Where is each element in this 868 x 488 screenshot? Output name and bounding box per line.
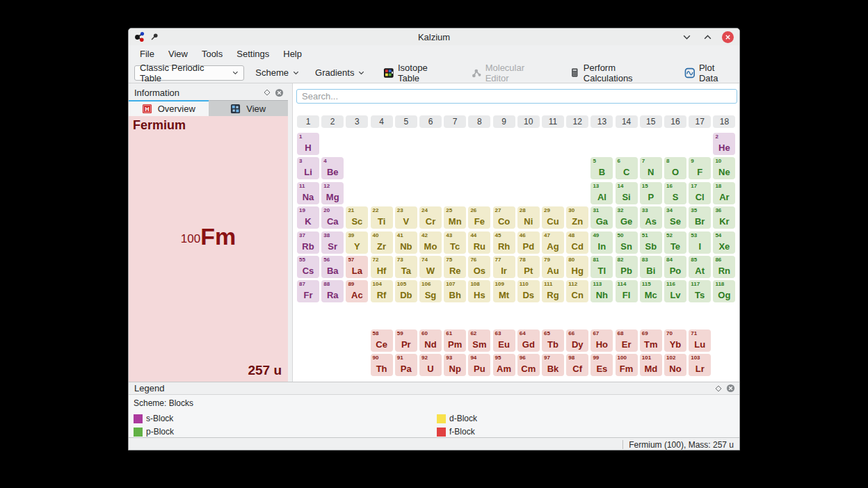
element-Fe[interactable]: 26Fe bbox=[468, 206, 490, 229]
element-Pm[interactable]: 61Pm bbox=[444, 330, 466, 352]
element-Au[interactable]: 79Au bbox=[542, 256, 564, 278]
element-Co[interactable]: 27Co bbox=[493, 206, 515, 229]
element-Cs[interactable]: 55Cs bbox=[297, 256, 319, 278]
element-Md[interactable]: 101Md bbox=[640, 354, 662, 376]
plot-data-button[interactable]: Plot Data bbox=[680, 65, 739, 81]
pin-icon[interactable] bbox=[150, 32, 159, 42]
element-Ga[interactable]: 31Ga bbox=[590, 206, 613, 229]
element-Hf[interactable]: 72Hf bbox=[371, 256, 393, 278]
element-Pu[interactable]: 94Pu bbox=[468, 354, 490, 376]
element-N[interactable]: 7N bbox=[640, 157, 662, 179]
element-Nb[interactable]: 41Nb bbox=[395, 231, 417, 254]
element-Rg[interactable]: 111Rg bbox=[542, 280, 564, 302]
element-Li[interactable]: 3Li bbox=[297, 157, 319, 179]
element-Hg[interactable]: 80Hg bbox=[566, 256, 588, 278]
element-Db[interactable]: 105Db bbox=[395, 280, 417, 302]
element-Fm[interactable]: 100Fm bbox=[616, 354, 638, 376]
element-Mg[interactable]: 12Mg bbox=[321, 182, 344, 204]
element-Ca[interactable]: 20Ca bbox=[321, 206, 344, 229]
element-Rb[interactable]: 37Rb bbox=[297, 231, 319, 254]
element-Rf[interactable]: 104Rf bbox=[371, 280, 393, 302]
element-Tb[interactable]: 65Tb bbox=[542, 330, 564, 352]
element-F[interactable]: 9F bbox=[689, 157, 711, 179]
isotope-table-button[interactable]: Isotope Table bbox=[379, 65, 454, 81]
element-Ti[interactable]: 22Ti bbox=[371, 206, 393, 229]
element-Sn[interactable]: 50Sn bbox=[616, 231, 638, 254]
element-Cm[interactable]: 96Cm bbox=[517, 354, 540, 376]
element-Ne[interactable]: 10Ne bbox=[713, 157, 735, 179]
element-Ar[interactable]: 18Ar bbox=[713, 182, 735, 204]
element-Si[interactable]: 14Si bbox=[616, 182, 638, 204]
close-button[interactable] bbox=[722, 31, 734, 43]
element-Cd[interactable]: 48Cd bbox=[566, 231, 588, 254]
element-Mn[interactable]: 25Mn bbox=[444, 206, 466, 229]
minimize-button[interactable] bbox=[680, 31, 693, 43]
element-Th[interactable]: 90Th bbox=[371, 354, 393, 376]
element-Fl[interactable]: 114Fl bbox=[616, 280, 638, 302]
element-Ba[interactable]: 56Ba bbox=[321, 256, 344, 278]
element-Cf[interactable]: 98Cf bbox=[566, 354, 588, 376]
element-Mt[interactable]: 109Mt bbox=[493, 280, 515, 302]
element-V[interactable]: 23V bbox=[395, 206, 417, 229]
element-Zn[interactable]: 30Zn bbox=[566, 206, 588, 229]
element-Tm[interactable]: 69Tm bbox=[640, 330, 662, 352]
element-Ce[interactable]: 58Ce bbox=[371, 330, 393, 352]
element-Ho[interactable]: 67Ho bbox=[590, 330, 613, 352]
element-W[interactable]: 74W bbox=[419, 256, 442, 278]
element-Sr[interactable]: 38Sr bbox=[321, 231, 344, 254]
element-Se[interactable]: 34Se bbox=[664, 206, 686, 229]
menu-settings[interactable]: Settings bbox=[230, 47, 276, 61]
perform-calculations-button[interactable]: Perform Calculations bbox=[565, 65, 669, 81]
element-Ru[interactable]: 44Ru bbox=[468, 231, 490, 254]
element-Pa[interactable]: 91Pa bbox=[395, 354, 417, 376]
element-Al[interactable]: 13Al bbox=[590, 182, 613, 204]
element-Ir[interactable]: 77Ir bbox=[493, 256, 515, 278]
element-Nh[interactable]: 113Nh bbox=[590, 280, 613, 302]
element-Gd[interactable]: 64Gd bbox=[517, 330, 540, 352]
element-Dy[interactable]: 66Dy bbox=[566, 330, 588, 352]
element-Pb[interactable]: 82Pb bbox=[616, 256, 638, 278]
element-Sb[interactable]: 51Sb bbox=[640, 231, 662, 254]
element-Cu[interactable]: 29Cu bbox=[542, 206, 564, 229]
element-In[interactable]: 49In bbox=[590, 231, 613, 254]
element-Cr[interactable]: 24Cr bbox=[419, 206, 442, 229]
tab-view[interactable]: View bbox=[209, 100, 289, 116]
table-type-selector[interactable]: Classic Periodic Table bbox=[134, 65, 244, 81]
element-Ag[interactable]: 47Ag bbox=[542, 231, 564, 254]
element-No[interactable]: 102No bbox=[664, 354, 686, 376]
element-Rn[interactable]: 86Rn bbox=[713, 256, 735, 278]
element-Am[interactable]: 95Am bbox=[493, 354, 515, 376]
float-panel-icon[interactable] bbox=[264, 89, 271, 96]
element-O[interactable]: 8O bbox=[664, 157, 686, 179]
element-La[interactable]: 57La bbox=[346, 256, 368, 278]
element-Mc[interactable]: 115Mc bbox=[640, 280, 662, 302]
element-Lu[interactable]: 71Lu bbox=[689, 330, 711, 352]
element-Pr[interactable]: 59Pr bbox=[395, 330, 417, 352]
element-Bh[interactable]: 107Bh bbox=[444, 280, 466, 302]
element-Rh[interactable]: 45Rh bbox=[493, 231, 515, 254]
element-H[interactable]: 1H bbox=[297, 133, 319, 155]
element-Ge[interactable]: 32Ge bbox=[616, 206, 638, 229]
element-Na[interactable]: 11Na bbox=[297, 182, 319, 204]
element-Be[interactable]: 4Be bbox=[321, 157, 344, 179]
menu-view[interactable]: View bbox=[161, 47, 195, 61]
element-Sm[interactable]: 62Sm bbox=[468, 330, 490, 352]
maximize-button[interactable] bbox=[701, 31, 714, 43]
element-Pd[interactable]: 46Pd bbox=[517, 231, 540, 254]
element-Bk[interactable]: 97Bk bbox=[542, 354, 564, 376]
float-panel-icon[interactable] bbox=[715, 385, 722, 392]
element-Cn[interactable]: 112Cn bbox=[566, 280, 588, 302]
element-Kr[interactable]: 36Kr bbox=[713, 206, 735, 229]
element-Sg[interactable]: 106Sg bbox=[419, 280, 442, 302]
element-Zr[interactable]: 40Zr bbox=[371, 231, 393, 254]
element-P[interactable]: 15P bbox=[640, 182, 662, 204]
element-C[interactable]: 6C bbox=[616, 157, 638, 179]
tab-overview[interactable]: H Overview bbox=[129, 100, 209, 116]
element-Ds[interactable]: 110Ds bbox=[517, 280, 540, 302]
menu-tools[interactable]: Tools bbox=[195, 47, 230, 61]
element-Er[interactable]: 68Er bbox=[616, 330, 638, 352]
element-Xe[interactable]: 54Xe bbox=[713, 231, 735, 254]
close-panel-icon[interactable] bbox=[726, 384, 735, 393]
element-I[interactable]: 53I bbox=[689, 231, 711, 254]
element-Po[interactable]: 84Po bbox=[664, 256, 686, 278]
